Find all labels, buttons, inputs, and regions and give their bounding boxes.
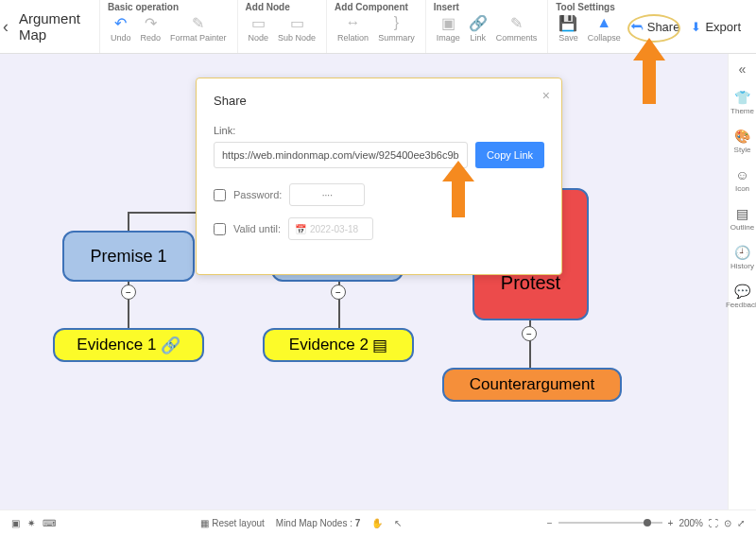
group-label: Tool Settings bbox=[556, 2, 624, 12]
pan-icon[interactable]: ✋ bbox=[371, 518, 383, 528]
close-icon[interactable]: × bbox=[542, 88, 550, 103]
collapse-sidebar-icon[interactable]: « bbox=[739, 61, 747, 77]
export-icon: ⬇ bbox=[691, 20, 701, 34]
sidebar-icon[interactable]: ☺Icon bbox=[726, 167, 756, 193]
valid-until-checkbox[interactable] bbox=[214, 223, 226, 235]
export-label: Export bbox=[705, 20, 741, 34]
password-checkbox[interactable] bbox=[214, 189, 226, 201]
undo-button[interactable]: ↶Undo bbox=[108, 14, 134, 43]
node-evidence-2[interactable]: Evidence 2 ▤ bbox=[263, 328, 414, 362]
center-icon[interactable]: ⊙ bbox=[724, 518, 731, 528]
zoom-out-button[interactable]: − bbox=[547, 518, 553, 528]
node-premise-1[interactable]: Premise 1 bbox=[62, 231, 195, 282]
relation-button[interactable]: ↔Relation bbox=[335, 14, 371, 43]
save-button[interactable]: 💾Save bbox=[556, 14, 581, 43]
footer-icon[interactable]: ▣ bbox=[11, 518, 20, 528]
collapse-button[interactable]: ▲Collapse bbox=[585, 14, 624, 43]
group-label: Add Component bbox=[335, 2, 418, 12]
fullscreen-icon[interactable]: ⤢ bbox=[737, 518, 745, 528]
history-icon: 🕘 bbox=[734, 245, 750, 260]
summary-icon: } bbox=[387, 14, 404, 31]
node-icon: ▭ bbox=[249, 14, 266, 31]
link-icon: 🔗 bbox=[470, 14, 487, 31]
fit-icon[interactable]: ⛶ bbox=[709, 518, 718, 528]
export-button[interactable]: ⬇ Export bbox=[691, 20, 741, 34]
link-icon: 🔗 bbox=[161, 336, 180, 355]
share-button[interactable]: ⮪ Share bbox=[631, 20, 680, 34]
share-link-input[interactable] bbox=[214, 142, 468, 168]
password-label: Password: bbox=[233, 189, 282, 200]
sub-node-icon: ▭ bbox=[288, 14, 305, 31]
sidebar-outline[interactable]: ▤Outline bbox=[726, 206, 756, 232]
node-button[interactable]: ▭Node bbox=[246, 14, 272, 43]
style-icon: 🎨 bbox=[734, 129, 750, 144]
format-painter-button[interactable]: ✎Format Painter bbox=[167, 14, 230, 43]
share-label: Share bbox=[647, 20, 680, 34]
password-input[interactable] bbox=[289, 183, 365, 206]
format-painter-icon: ✎ bbox=[190, 14, 207, 31]
back-button[interactable]: ‹ bbox=[0, 17, 11, 37]
calendar-icon: 📅 bbox=[295, 224, 306, 234]
reset-layout-button[interactable]: ▦ Reset layout bbox=[200, 518, 264, 528]
redo-button[interactable]: ↷Redo bbox=[138, 14, 164, 43]
link-label: Link: bbox=[214, 125, 544, 136]
sidebar-style[interactable]: 🎨Style bbox=[726, 129, 756, 154]
node-counterargument[interactable]: Counterargument bbox=[442, 368, 622, 402]
undo-icon: ↶ bbox=[112, 14, 129, 31]
page-title: Argument Map bbox=[19, 10, 80, 43]
connector bbox=[128, 212, 129, 231]
collapse-toggle[interactable]: − bbox=[121, 285, 136, 300]
valid-until-label: Valid until: bbox=[233, 223, 281, 234]
note-icon: ▤ bbox=[372, 336, 387, 355]
comments-button[interactable]: ✎Comments bbox=[493, 14, 541, 43]
summary-button[interactable]: }Summary bbox=[375, 14, 418, 43]
theme-icon: 👕 bbox=[734, 90, 750, 105]
link-button[interactable]: 🔗Link bbox=[467, 14, 490, 43]
sub-node-button[interactable]: ▭Sub Node bbox=[275, 14, 318, 43]
save-icon: 💾 bbox=[559, 14, 576, 31]
image-icon: ▣ bbox=[439, 14, 456, 31]
collapse-icon: ▲ bbox=[595, 14, 612, 31]
group-label: Add Node bbox=[246, 2, 319, 12]
valid-until-input[interactable]: 📅2022-03-18 bbox=[288, 217, 373, 240]
feedback-icon: 💬 bbox=[734, 284, 750, 299]
group-label: Basic operation bbox=[108, 2, 230, 12]
modal-title: Share bbox=[214, 94, 544, 108]
sidebar-feedback[interactable]: 💬Feedback bbox=[726, 284, 756, 309]
outline-icon: ▤ bbox=[736, 206, 748, 221]
node-count: Mind Map Nodes : 7 bbox=[276, 518, 361, 528]
footer-icon[interactable]: ✷ bbox=[27, 518, 35, 528]
sidebar-history[interactable]: 🕘History bbox=[726, 245, 756, 270]
share-icon: ⮪ bbox=[631, 20, 644, 34]
comments-icon: ✎ bbox=[507, 14, 524, 31]
redo-icon: ↷ bbox=[142, 14, 159, 31]
group-label: Insert bbox=[434, 2, 541, 12]
zoom-slider[interactable] bbox=[558, 522, 662, 524]
relation-icon: ↔ bbox=[345, 14, 362, 31]
share-modal: Share × Link: Copy Link Password: Valid … bbox=[196, 78, 562, 275]
right-sidebar: « 👕Theme🎨Style☺Icon▤Outline🕘History💬Feed… bbox=[728, 54, 756, 509]
node-evidence-1[interactable]: Evidence 1 🔗 bbox=[53, 328, 204, 362]
collapse-toggle[interactable]: − bbox=[522, 326, 537, 341]
cursor-icon[interactable]: ↖ bbox=[394, 518, 402, 528]
status-bar: ▣ ✷ ⌨ ▦ Reset layout Mind Map Nodes : 7 … bbox=[0, 509, 756, 535]
zoom-level: 200% bbox=[679, 518, 703, 528]
footer-icon[interactable]: ⌨ bbox=[43, 518, 56, 528]
collapse-toggle[interactable]: − bbox=[331, 285, 346, 300]
image-button[interactable]: ▣Image bbox=[434, 14, 463, 43]
copy-link-button[interactable]: Copy Link bbox=[475, 142, 544, 168]
icon-icon: ☺ bbox=[735, 167, 748, 182]
zoom-in-button[interactable]: + bbox=[668, 518, 674, 528]
sidebar-theme[interactable]: 👕Theme bbox=[726, 90, 756, 115]
